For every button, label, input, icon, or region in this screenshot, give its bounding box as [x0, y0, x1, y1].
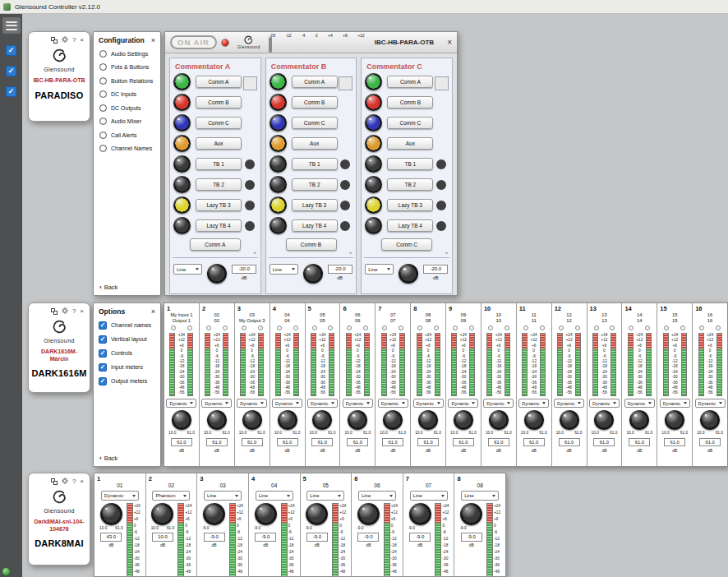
trim-knob[interactable]: [245, 98, 255, 108]
radio-icon[interactable]: [99, 50, 107, 58]
gain-knob[interactable]: [454, 410, 473, 430]
input-mode-select[interactable]: Line: [358, 491, 396, 501]
gain-knob[interactable]: [207, 410, 227, 430]
help-icon[interactable]: ?: [72, 37, 76, 44]
trim-knob[interactable]: [245, 180, 255, 190]
gain-value-input[interactable]: 61.0: [242, 438, 263, 446]
gain-value-input[interactable]: -20.0: [232, 265, 256, 274]
input-mode-select[interactable]: Dynamic: [343, 399, 373, 408]
gain-value-input[interactable]: 61.0: [206, 438, 228, 446]
input-mode-select[interactable]: Dynamic: [307, 399, 338, 408]
config-option[interactable]: Call Alerts: [94, 128, 160, 142]
trim-knob[interactable]: [436, 139, 446, 149]
source-button[interactable]: Aux: [196, 137, 242, 150]
checkbox-checked[interactable]: ✓: [99, 335, 107, 344]
source-button[interactable]: TB 1: [387, 158, 433, 170]
source-button[interactable]: Lazy TB 3: [292, 199, 338, 211]
gain-knob[interactable]: [348, 410, 367, 430]
settings-gear-icon[interactable]: [62, 36, 68, 44]
checkbox-checked[interactable]: ✓: [99, 321, 107, 330]
device-visibility-checkbox[interactable]: ✓: [6, 86, 16, 97]
gain-knob[interactable]: [312, 410, 332, 430]
copy-icon[interactable]: [51, 37, 58, 44]
source-button[interactable]: Lazy TB 3: [196, 199, 242, 211]
scroll-up-icon[interactable]: ^: [445, 251, 448, 256]
gain-knob[interactable]: [418, 410, 438, 430]
input-mode-select[interactable]: Dynamic: [413, 399, 444, 408]
input-gain-knob[interactable]: [207, 264, 227, 284]
source-button[interactable]: TB 2: [292, 178, 338, 191]
trim-knob[interactable]: [436, 180, 446, 190]
gain-value-input[interactable]: 61.0: [559, 438, 580, 446]
input-type-select[interactable]: Line: [173, 264, 202, 275]
level-knob[interactable]: [270, 73, 287, 90]
input-mode-select[interactable]: Dynamic: [483, 399, 514, 408]
source-button[interactable]: TB 2: [196, 178, 242, 191]
back-button[interactable]: ‹ Back: [99, 284, 117, 291]
gain-value-input[interactable]: 61.0: [311, 438, 333, 446]
config-option[interactable]: DC Outputs: [94, 101, 160, 115]
level-knob[interactable]: [173, 73, 191, 90]
gain-knob[interactable]: [460, 503, 482, 525]
gain-value-input[interactable]: 61.0: [699, 438, 721, 446]
trim-knob[interactable]: [436, 98, 446, 108]
source-button[interactable]: TB 2: [387, 178, 433, 191]
level-knob[interactable]: [173, 135, 191, 152]
checkbox-checked[interactable]: ✓: [99, 377, 107, 385]
radio-icon[interactable]: [99, 145, 107, 152]
close-icon[interactable]: ×: [151, 308, 155, 315]
source-button[interactable]: Lazy TB 4: [196, 219, 242, 232]
gain-knob[interactable]: [306, 503, 328, 525]
gain-knob[interactable]: [629, 410, 649, 430]
level-knob[interactable]: [365, 94, 382, 111]
gain-knob[interactable]: [594, 410, 614, 430]
input-mode-select[interactable]: Dynamic: [378, 399, 408, 408]
gain-value-input[interactable]: 61.0: [488, 438, 509, 446]
level-knob[interactable]: [270, 114, 287, 132]
gain-knob[interactable]: [203, 503, 225, 525]
input-type-select[interactable]: Line: [270, 264, 298, 275]
gain-value-input[interactable]: -9.0: [255, 533, 276, 542]
option-row[interactable]: ✓ Input meters: [94, 360, 160, 374]
gain-value-input[interactable]: 61.0: [523, 438, 545, 446]
input-mode-select[interactable]: Dynamic: [272, 399, 302, 408]
route-button[interactable]: Comm B: [286, 238, 337, 251]
settings-gear-icon[interactable]: [62, 478, 68, 486]
radio-icon[interactable]: [99, 132, 107, 139]
source-button[interactable]: Lazy TB 4: [387, 219, 433, 232]
level-knob[interactable]: [365, 217, 382, 234]
trim-knob[interactable]: [340, 201, 350, 210]
gain-value-input[interactable]: 61.0: [453, 438, 474, 446]
help-icon[interactable]: ?: [72, 308, 76, 315]
source-button[interactable]: Lazy TB 3: [387, 199, 433, 211]
level-knob[interactable]: [270, 155, 287, 173]
radio-icon[interactable]: [99, 90, 107, 98]
gain-value-input[interactable]: 61.0: [277, 438, 298, 446]
checkbox-checked[interactable]: ✓: [99, 349, 107, 358]
trim-knob[interactable]: [245, 118, 255, 128]
help-icon[interactable]: ?: [72, 478, 76, 485]
source-button[interactable]: Comm B: [387, 96, 433, 108]
source-button[interactable]: Comm A: [387, 76, 433, 88]
gain-knob[interactable]: [151, 503, 173, 525]
copy-icon[interactable]: [51, 308, 58, 315]
input-mode-select[interactable]: Dynamic: [554, 399, 584, 408]
level-knob[interactable]: [173, 196, 191, 214]
close-icon[interactable]: ×: [151, 37, 155, 44]
close-icon[interactable]: ×: [80, 37, 84, 44]
gain-value-input[interactable]: -9.0: [409, 533, 431, 542]
trim-knob[interactable]: [340, 139, 350, 149]
level-knob[interactable]: [365, 114, 382, 132]
option-row[interactable]: ✓ Channel names: [94, 318, 160, 332]
config-option[interactable]: Button Relations: [94, 74, 160, 88]
device-visibility-checkbox[interactable]: ✓: [6, 66, 16, 76]
trim-knob[interactable]: [340, 221, 350, 231]
radio-icon[interactable]: [99, 63, 107, 71]
level-knob[interactable]: [173, 176, 191, 193]
source-button[interactable]: Comm C: [387, 117, 433, 129]
level-knob[interactable]: [270, 196, 287, 214]
source-button[interactable]: TB 1: [196, 158, 242, 170]
trim-knob[interactable]: [340, 180, 350, 190]
gain-knob[interactable]: [700, 410, 720, 430]
trim-knob[interactable]: [245, 201, 255, 210]
